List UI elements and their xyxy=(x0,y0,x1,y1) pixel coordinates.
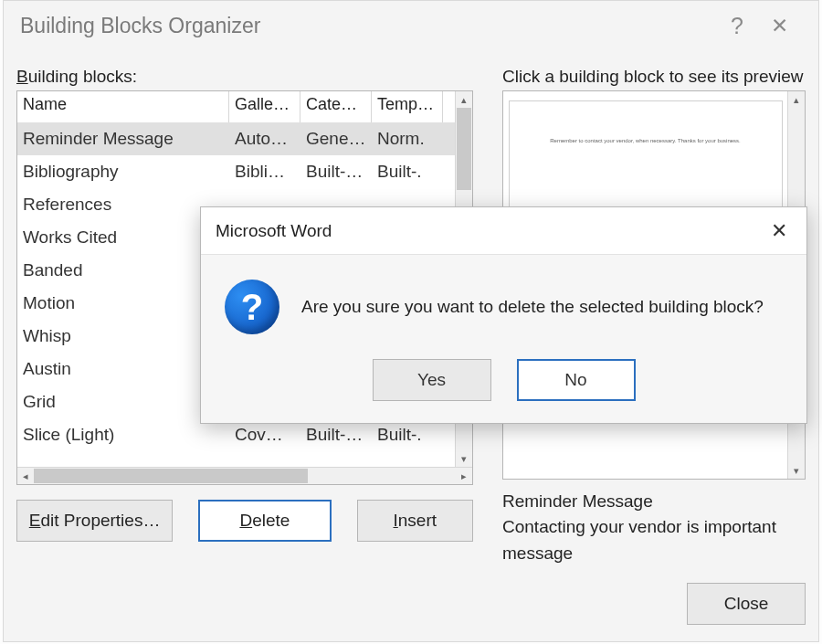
no-button[interactable]: No xyxy=(517,359,636,401)
modal-close-icon[interactable]: ✕ xyxy=(761,219,797,243)
hscroll-thumb[interactable] xyxy=(34,469,308,483)
help-icon[interactable]: ? xyxy=(716,13,758,39)
scroll-down-icon[interactable]: ▾ xyxy=(788,462,805,479)
edit-properties-button[interactable]: Edit Properties… xyxy=(16,500,173,542)
scroll-left-icon[interactable]: ◂ xyxy=(17,468,34,484)
preview-description: Contacting your vendor is important mess… xyxy=(502,514,806,566)
table-cell-template: Built-. xyxy=(372,425,443,445)
table-cell-name: Reminder Message xyxy=(17,129,229,149)
column-header-category[interactable]: Cate… xyxy=(300,91,372,122)
scroll-down-icon[interactable]: ▾ xyxy=(456,450,472,467)
dialog-footer: Close xyxy=(4,583,818,641)
insert-button[interactable]: Insert xyxy=(357,500,473,542)
table-cell-category: Built-… xyxy=(300,425,372,445)
modal-body: ? Are you sure you want to delete the se… xyxy=(201,255,806,359)
table-row[interactable]: Reminder MessageAuto…Gene…Norm. xyxy=(17,122,455,155)
table-cell-name: Slice (Light) xyxy=(17,425,229,445)
scroll-right-icon[interactable]: ▸ xyxy=(456,468,472,484)
confirm-delete-dialog: Microsoft Word ✕ ? Are you sure you want… xyxy=(200,206,807,424)
table-cell-name: Motion xyxy=(17,293,229,313)
list-horizontal-scrollbar[interactable]: ◂ ▸ xyxy=(17,467,472,484)
table-row[interactable]: BibliographyBibli…Built-…Built-. xyxy=(17,155,455,188)
table-cell-category: Gene… xyxy=(300,129,372,149)
delete-button[interactable]: Delete xyxy=(198,500,331,542)
yes-button[interactable]: Yes xyxy=(373,359,491,401)
table-cell-category: Built-… xyxy=(300,162,372,182)
table-cell-name: Grid xyxy=(17,392,229,412)
question-icon: ? xyxy=(225,280,279,334)
preview-document-text: Remember to contact your vendor, when ne… xyxy=(537,138,754,143)
preview-info: Reminder Message Contacting your vendor … xyxy=(502,489,806,567)
preview-label: Click a building block to see its previe… xyxy=(502,67,806,87)
list-action-buttons: Edit Properties… Delete Insert xyxy=(16,500,473,542)
dialog-titlebar: Building Blocks Organizer ? ✕ xyxy=(4,1,818,50)
modal-title: Microsoft Word xyxy=(216,221,761,241)
table-cell-name: Whisp xyxy=(17,326,229,346)
table-cell-template: Norm. xyxy=(372,129,443,149)
table-cell-name: Banded xyxy=(17,260,229,280)
table-cell-name: Austin xyxy=(17,359,229,379)
column-header-template[interactable]: Temp… xyxy=(372,91,443,122)
table-cell-gallery: Auto… xyxy=(229,129,300,149)
column-headers: Name Galle… Cate… Temp… xyxy=(17,91,455,122)
table-cell-template: Built-. xyxy=(372,162,443,182)
table-cell-name: Works Cited xyxy=(17,227,229,248)
building-blocks-label: Building blocks: xyxy=(16,67,473,87)
table-cell-gallery: Bibli… xyxy=(229,162,300,182)
preview-name: Reminder Message xyxy=(502,489,806,515)
table-cell-name: Bibliography xyxy=(17,162,229,182)
table-cell-gallery: Cov… xyxy=(229,425,300,445)
scroll-up-icon[interactable]: ▴ xyxy=(788,91,805,108)
dialog-title: Building Blocks Organizer xyxy=(20,14,716,38)
close-button[interactable]: Close xyxy=(687,583,806,625)
column-header-name[interactable]: Name xyxy=(17,91,229,122)
table-cell-name: References xyxy=(17,195,229,215)
modal-titlebar: Microsoft Word ✕ xyxy=(201,207,806,255)
modal-buttons: Yes No xyxy=(201,359,806,423)
scroll-up-icon[interactable]: ▴ xyxy=(456,91,472,108)
scroll-thumb[interactable] xyxy=(457,108,471,190)
column-header-gallery[interactable]: Galle… xyxy=(229,91,300,122)
close-icon[interactable]: ✕ xyxy=(758,14,800,38)
modal-message: Are you sure you want to delete the sele… xyxy=(301,297,764,317)
